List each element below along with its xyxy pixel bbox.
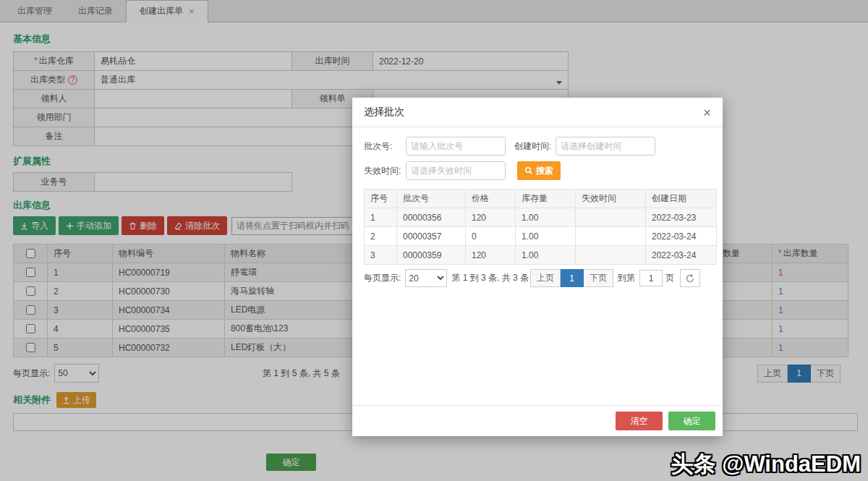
goto-page-label: 到第 [618,272,635,284]
batch-row[interactable]: 1 00000356 120 1.00 2022-03-23 [365,208,717,227]
created-time-label: 创建时间: [514,140,551,153]
expire-time-input[interactable] [406,161,506,180]
modal-per-page-select[interactable]: 20 [405,269,447,287]
search-icon [524,166,533,175]
batch-no-label: 批次号: [364,140,406,153]
select-batch-modal: 选择批次 × 批次号: 创建时间: 失效时间: 搜索 序号 批次号 价格 库存量 [352,98,723,436]
page-unit-label: 页 [665,272,674,284]
batch-header-row: 序号 批次号 价格 库存量 失效时间 创建日期 [365,190,717,208]
modal-per-page-label: 每页显示: [364,272,401,284]
goto-page-input[interactable] [639,270,663,286]
modal-pagination: 每页显示: 20 第 1 到 3 条, 共 3 条 上页 1 下页 到第 页 [364,269,711,287]
modal-page-1-button[interactable]: 1 [561,269,584,287]
batch-row[interactable]: 2 00000357 0 1.00 2022-03-24 [365,227,717,246]
modal-confirm-button[interactable]: 确定 [668,412,715,430]
batch-no-input[interactable] [406,137,506,156]
batch-table: 序号 批次号 价格 库存量 失效时间 创建日期 1 00000356 120 1… [364,189,717,265]
refresh-icon [685,273,695,284]
modal-clear-button[interactable]: 清空 [616,412,663,430]
modal-next-page-button[interactable]: 下页 [584,269,613,287]
modal-prev-page-button[interactable]: 上页 [530,269,561,287]
created-time-input[interactable] [556,137,655,156]
modal-page-summary: 第 1 到 3 条, 共 3 条 [451,272,529,284]
batch-row[interactable]: 3 00000359 120 1.00 2022-03-24 [365,246,717,265]
modal-title: 选择批次 [364,106,404,119]
expire-time-label: 失效时间: [364,165,406,177]
watermark: 头条 @WindaEDM [671,449,861,480]
refresh-button[interactable] [680,269,700,287]
modal-close-icon[interactable]: × [703,106,711,119]
modal-pager: 上页 1 下页 [530,269,613,287]
search-button[interactable]: 搜索 [517,161,561,180]
